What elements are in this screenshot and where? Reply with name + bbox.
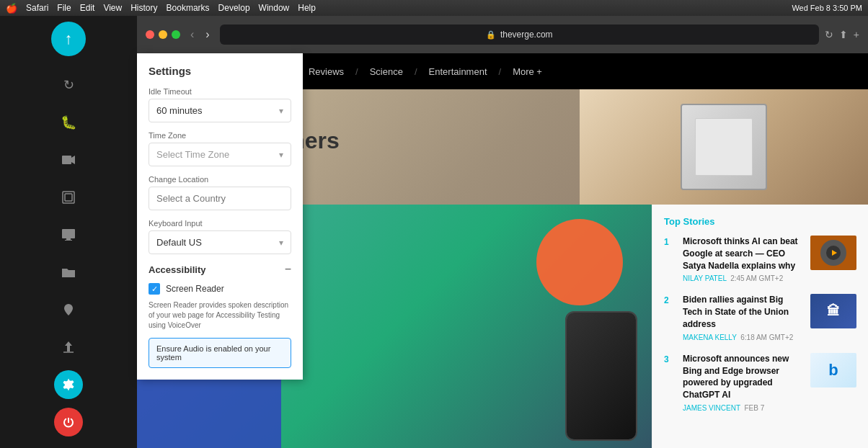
menubar: 🍎 Safari File Edit View History Bookmark… — [0, 0, 868, 16]
story-thumb-3: b — [810, 353, 856, 387]
browser-toolbar: ‹ › 🔒 theverge.com ↻ ⬆ + — [137, 16, 868, 53]
video-button[interactable] — [54, 145, 83, 174]
idle-timeout-label: Idle Timeout — [149, 87, 291, 96]
location-input[interactable] — [149, 187, 291, 210]
story-author-3: JAMES VINCENT — [683, 404, 740, 412]
accessibility-section: Accessibility − Screen Reader Screen Rea… — [149, 263, 291, 368]
story-num-2: 2 — [664, 295, 676, 305]
fab-button[interactable]: ↑ — [51, 22, 86, 56]
verge-navigation: Tech / Reviews / Science / Entertainment… — [263, 66, 542, 77]
settings-panel: Settings Idle Timeout 60 minutes ▾ Time … — [137, 53, 303, 380]
nav-science[interactable]: Science — [370, 66, 403, 77]
back-button[interactable]: ‹ — [186, 27, 198, 42]
screen-reader-label: Screen Reader — [166, 284, 224, 294]
forward-button[interactable]: › — [201, 27, 213, 42]
reload-icon[interactable]: ↻ — [825, 29, 833, 40]
menu-bookmarks[interactable]: Bookmarks — [167, 3, 210, 13]
nav-more[interactable]: More + — [513, 66, 542, 77]
ad-image — [580, 89, 868, 205]
top-stories-panel: Top Stories 1 Microsoft thinks AI can be… — [652, 205, 868, 448]
share-icon[interactable]: ⬆ — [839, 29, 848, 40]
close-button[interactable] — [146, 30, 154, 39]
story-author-1: NILAY PATEL — [683, 274, 727, 282]
story-text-2: Biden rallies against Big Tech in State … — [683, 294, 803, 341]
screen-reader-description: Screen Reader provides spoken descriptio… — [149, 300, 291, 331]
story-text-1: Microsoft thinks AI can beat Google at s… — [683, 236, 803, 282]
nav-reviews[interactable]: Reviews — [309, 66, 344, 77]
bug-button[interactable]: 🐛 — [54, 108, 83, 137]
window-controls — [146, 30, 180, 39]
menu-edit[interactable]: Edit — [80, 3, 95, 13]
location-button[interactable] — [54, 295, 83, 324]
svg-rect-6 — [65, 240, 72, 241]
menu-file[interactable]: File — [57, 3, 71, 13]
story-item-1[interactable]: 1 Microsoft thinks AI can beat Google at… — [664, 236, 856, 282]
maximize-button[interactable] — [172, 30, 180, 39]
upload-button[interactable] — [54, 333, 83, 362]
settings-button[interactable] — [54, 370, 83, 399]
location-field: Change Location — [149, 175, 291, 210]
svg-rect-3 — [65, 194, 72, 201]
keyboard-input-value: Default US — [156, 237, 202, 248]
refresh-button[interactable]: ↻ — [54, 71, 83, 99]
svg-marker-1 — [71, 156, 75, 164]
datetime-display: Wed Feb 8 3:50 PM — [792, 4, 862, 12]
browser-action-buttons: ↻ ⬆ + — [825, 29, 859, 40]
menu-help[interactable]: Help — [298, 3, 316, 13]
timezone-select[interactable]: Select Time Zone ▾ — [149, 143, 291, 166]
story-thumb-2: 🏛 — [810, 294, 856, 328]
menu-view[interactable]: View — [103, 3, 122, 13]
keyboard-input-chevron: ▾ — [279, 238, 283, 248]
story-item-3[interactable]: 3 Microsoft announces new Bing and Edge … — [664, 353, 856, 412]
address-bar[interactable]: 🔒 theverge.com — [220, 24, 819, 45]
fab-icon: ↑ — [65, 30, 73, 48]
story-meta-3: JAMES VINCENT FEB 7 — [683, 404, 803, 412]
collapse-accessibility-button[interactable]: − — [285, 263, 291, 276]
keyboard-input-label: Keyboard Input — [149, 219, 291, 228]
story-num-3: 3 — [664, 354, 676, 364]
idle-timeout-value: 60 minutes — [156, 105, 203, 116]
apple-menu[interactable]: 🍎 — [6, 3, 17, 14]
audio-notice: Ensure Audio is enabled on your system — [149, 338, 291, 368]
timezone-label: Time Zone — [149, 131, 291, 140]
story-thumb-1 — [810, 236, 856, 270]
lock-icon: 🔒 — [486, 30, 496, 40]
screen-reader-checkbox[interactable] — [149, 283, 160, 295]
timezone-placeholder: Select Time Zone — [156, 149, 229, 160]
accessibility-header: Accessibility − — [149, 263, 291, 276]
power-button[interactable] — [54, 408, 83, 436]
timezone-field: Time Zone Select Time Zone ▾ — [149, 131, 291, 166]
story-date-2: 6:18 AM GMT+2 — [740, 333, 793, 341]
new-tab-icon[interactable]: + — [854, 29, 859, 40]
svg-rect-0 — [62, 156, 71, 164]
menu-history[interactable]: History — [130, 3, 157, 13]
story-meta-1: NILAY PATEL 2:45 AM GMT+2 — [683, 274, 803, 282]
svg-rect-5 — [66, 238, 71, 240]
story-title-3: Microsoft announces new Bing and Edge br… — [683, 353, 803, 401]
menu-window[interactable]: Window — [259, 3, 290, 13]
svg-rect-4 — [62, 229, 75, 238]
browser-navigation: ‹ › — [186, 27, 214, 42]
story-date-3: FEB 7 — [744, 404, 764, 412]
keyboard-input-select[interactable]: Default US ▾ — [149, 230, 291, 254]
menu-develop[interactable]: Develop — [218, 3, 250, 13]
story-date-1: 2:45 AM GMT+2 — [730, 274, 783, 282]
folder-button[interactable] — [54, 258, 83, 287]
top-stories-label: Top Stories — [664, 216, 856, 227]
accessibility-title: Accessibility — [149, 264, 206, 275]
settings-title: Settings — [149, 65, 291, 77]
keyboard-input-field: Keyboard Input Default US ▾ — [149, 219, 291, 254]
minimize-button[interactable] — [159, 30, 167, 39]
screen-reader-row: Screen Reader — [149, 283, 291, 295]
story-item-2[interactable]: 2 Biden rallies against Big Tech in Stat… — [664, 294, 856, 341]
menu-safari[interactable]: Safari — [26, 3, 48, 13]
monitor-button[interactable] — [54, 220, 83, 249]
story-title-2: Biden rallies against Big Tech in State … — [683, 294, 803, 330]
nav-entertainment[interactable]: Entertainment — [429, 66, 487, 77]
location-label: Change Location — [149, 175, 291, 184]
story-num-1: 1 — [664, 237, 676, 247]
story-title-1: Microsoft thinks AI can beat Google at s… — [683, 236, 803, 272]
layers-button[interactable] — [54, 183, 83, 212]
idle-timeout-select[interactable]: 60 minutes ▾ — [149, 99, 291, 122]
sidebar: ↑ ↻ 🐛 — [0, 0, 137, 448]
